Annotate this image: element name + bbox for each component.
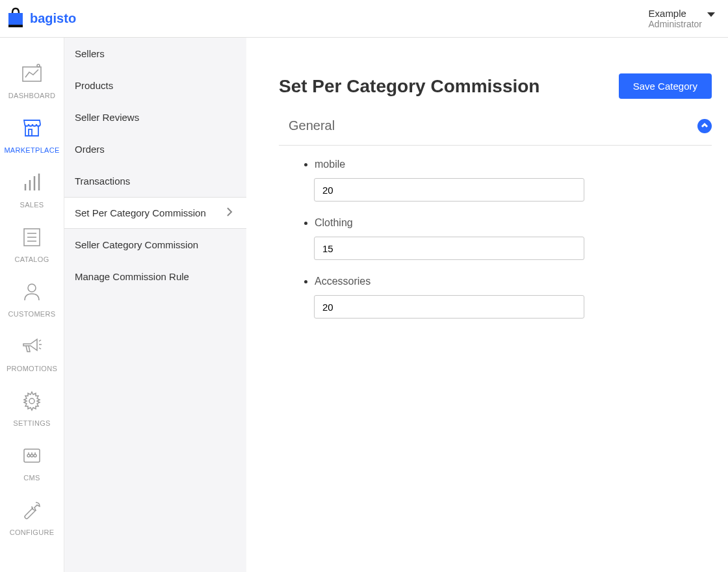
svg-point-20 xyxy=(31,454,33,457)
secnav-seller-reviews[interactable]: Seller Reviews xyxy=(64,101,246,133)
sidebar-item-marketplace[interactable]: MARKETPLACE xyxy=(0,109,64,163)
sidebar-item-label: MARKETPLACE xyxy=(4,146,59,154)
field-mobile: mobile xyxy=(315,159,712,202)
sidebar-item-sales[interactable]: SALES xyxy=(0,163,64,218)
secnav-label: Products xyxy=(75,80,113,91)
sidebar-item-label: CATALOG xyxy=(14,255,49,263)
field-accessories: Accessories xyxy=(315,276,712,318)
marketplace-icon xyxy=(21,118,42,141)
secondary-sidebar: Sellers Products Seller Reviews Orders T… xyxy=(64,38,246,572)
field-label: Clothing xyxy=(315,217,712,229)
brand-logo[interactable]: bagisto xyxy=(6,6,76,31)
commission-input-clothing[interactable] xyxy=(314,237,584,260)
promotions-icon xyxy=(21,336,42,359)
dashboard-icon xyxy=(21,63,42,86)
svg-point-13 xyxy=(28,284,36,292)
chevron-right-icon xyxy=(223,205,236,220)
sidebar-item-label: SETTINGS xyxy=(13,419,50,427)
secnav-label: Sellers xyxy=(75,48,105,59)
sidebar-item-configure[interactable]: CONFIGURE xyxy=(0,491,64,545)
main-content: Set Per Category Commission Save Categor… xyxy=(246,38,728,572)
svg-point-21 xyxy=(34,454,36,457)
svg-rect-4 xyxy=(29,129,32,136)
sidebar-item-settings[interactable]: SETTINGS xyxy=(0,382,64,436)
sidebar-item-label: SALES xyxy=(20,201,44,209)
page-header: Set Per Category Commission Save Categor… xyxy=(279,73,712,99)
brand-text: bagisto xyxy=(30,11,76,26)
chevron-up-icon xyxy=(701,120,708,132)
secnav-seller-category-commission[interactable]: Seller Category Commission xyxy=(64,229,246,261)
save-category-button[interactable]: Save Category xyxy=(619,73,712,99)
customers-icon xyxy=(21,281,42,305)
secnav-label: Transactions xyxy=(75,176,130,187)
collapse-button[interactable] xyxy=(697,119,712,133)
secnav-label: Set Per Category Commission xyxy=(75,207,206,218)
catalog-icon xyxy=(21,227,42,250)
sidebar-item-catalog[interactable]: CATALOG xyxy=(0,218,64,272)
configure-icon xyxy=(21,500,42,523)
user-role: Administrator xyxy=(649,19,702,29)
sidebar-item-label: DASHBOARD xyxy=(8,92,55,99)
secnav-set-per-category-commission[interactable]: Set Per Category Commission xyxy=(64,197,246,229)
sidebar-item-cms[interactable]: CMS xyxy=(0,436,64,491)
page-title: Set Per Category Commission xyxy=(279,76,540,97)
section-header: General xyxy=(279,118,712,146)
field-clothing: Clothing xyxy=(315,217,712,260)
svg-line-16 xyxy=(39,348,41,349)
bag-icon xyxy=(6,6,25,31)
commission-fields: mobile Clothing Accessories xyxy=(279,146,712,318)
header: bagisto Example Administrator xyxy=(0,0,728,38)
commission-input-mobile[interactable] xyxy=(314,178,584,202)
sidebar-item-customers[interactable]: CUSTOMERS xyxy=(0,272,64,327)
field-label: Accessories xyxy=(315,276,712,287)
cms-icon xyxy=(21,445,42,469)
field-label: mobile xyxy=(315,159,712,170)
sales-icon xyxy=(21,172,42,196)
secnav-label: Seller Category Commission xyxy=(75,239,198,250)
sidebar-item-promotions[interactable]: PROMOTIONS xyxy=(0,327,64,382)
sidebar-item-label: CMS xyxy=(23,474,40,482)
sidebar-item-label: PROMOTIONS xyxy=(6,365,57,372)
secnav-label: Seller Reviews xyxy=(75,112,139,123)
settings-icon xyxy=(21,391,42,414)
primary-sidebar: DASHBOARD MARKETPLACE xyxy=(0,38,64,572)
secnav-label: Orders xyxy=(75,144,105,155)
svg-rect-1 xyxy=(8,25,23,27)
secnav-transactions[interactable]: Transactions xyxy=(64,165,246,197)
secnav-sellers[interactable]: Sellers xyxy=(64,38,246,70)
user-menu[interactable]: Example Administrator xyxy=(649,8,715,29)
user-info: Example Administrator xyxy=(649,8,702,29)
user-name: Example xyxy=(649,8,702,19)
secnav-orders[interactable]: Orders xyxy=(64,133,246,165)
caret-down-icon xyxy=(707,12,715,17)
section-title: General xyxy=(289,118,335,133)
sidebar-item-label: CUSTOMERS xyxy=(8,310,56,318)
secnav-manage-commission-rule[interactable]: Manage Commission Rule xyxy=(64,261,246,292)
svg-point-19 xyxy=(27,454,30,457)
svg-point-17 xyxy=(29,398,34,404)
secnav-label: Manage Commission Rule xyxy=(75,271,189,282)
svg-point-3 xyxy=(37,64,40,67)
secnav-products[interactable]: Products xyxy=(64,70,246,101)
svg-rect-0 xyxy=(8,13,23,26)
svg-line-14 xyxy=(39,340,41,341)
sidebar-item-dashboard[interactable]: DASHBOARD xyxy=(0,54,64,109)
sidebar-item-label: CONFIGURE xyxy=(10,528,55,536)
commission-input-accessories[interactable] xyxy=(314,295,584,318)
svg-rect-18 xyxy=(24,449,40,462)
